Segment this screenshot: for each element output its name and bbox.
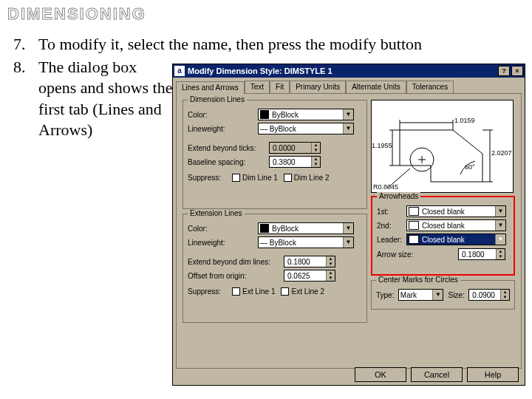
chevron-down-icon: ▼: [495, 206, 505, 216]
color-swatch-icon: [260, 110, 269, 119]
ext-lineweight-value: — ByBlock: [260, 239, 296, 247]
spin-up-icon[interactable]: ▲: [311, 157, 320, 162]
list-number: 7.: [13, 34, 26, 55]
spin-up-icon[interactable]: ▲: [496, 249, 505, 254]
arrow-2nd-label: 2nd:: [377, 222, 406, 230]
spin-down-icon[interactable]: ▼: [326, 262, 335, 267]
spin-up-icon[interactable]: ▲: [500, 290, 509, 295]
offset-origin-label: Offset from origin:: [188, 272, 284, 280]
tab-lines-and-arrows[interactable]: Lines and Arrows: [176, 81, 245, 94]
extline1-checkbox[interactable]: Ext Line 1: [232, 287, 275, 296]
color-value: ByBlock: [272, 111, 299, 119]
chevron-down-icon: ▼: [343, 223, 353, 233]
page-title: DIMENSIONING: [0, 0, 532, 24]
tab-panel: Dimension Lines Color: ByBlock ▼ Linewei…: [176, 94, 522, 369]
extend-ticks-label: Extend beyond ticks:: [188, 144, 269, 152]
baseline-label: Baseline spacing:: [188, 158, 269, 166]
chevron-down-icon: ▼: [495, 234, 505, 245]
tab-alternate-units[interactable]: Alternate Units: [346, 81, 406, 93]
tab-tolerances[interactable]: Tolerances: [406, 81, 454, 93]
tab-bar: Lines and Arrows Text Fit Primary Units …: [176, 81, 522, 94]
dialog-title: Modify Dimension Style: DIMSTYLE 1: [188, 66, 498, 75]
centermark-type-select[interactable]: Mark ▼: [398, 289, 444, 301]
ok-button[interactable]: OK: [355, 367, 406, 382]
preview-dim: 1.0159: [454, 117, 475, 124]
extend-ticks-value: 0.0000: [273, 144, 296, 152]
dimline2-checkbox[interactable]: Dim Line 2: [284, 174, 330, 182]
group-legend: Extension Lines: [188, 209, 245, 217]
color-label: Color:: [188, 111, 258, 119]
spin-down-icon[interactable]: ▼: [311, 162, 320, 167]
list-number: 8.: [13, 57, 26, 78]
group-dimension-lines: Dimension Lines Color: ByBlock ▼ Linewei…: [183, 100, 367, 209]
modify-dimstyle-dialog: a Modify Dimension Style: DIMSTYLE 1 ? ×…: [172, 64, 525, 386]
app-icon: a: [174, 66, 185, 76]
extline2-checkbox[interactable]: Ext Line 2: [281, 287, 324, 296]
dimline1-checkbox[interactable]: Dim Line 1: [232, 174, 278, 182]
arrowhead-icon: [409, 235, 419, 244]
arrow-leader-label: Leader:: [377, 236, 406, 244]
chevron-down-icon: ▼: [495, 220, 505, 231]
color-select[interactable]: ByBlock ▼: [258, 109, 354, 120]
chevron-down-icon: ▼: [343, 123, 353, 134]
spin-down-icon[interactable]: ▼: [496, 254, 505, 259]
cancel-button[interactable]: Cancel: [411, 367, 463, 382]
preview-dim: 1.1955: [372, 142, 392, 149]
offset-origin-input[interactable]: 0.0625 ▲▼: [284, 270, 335, 282]
offset-origin-value: 0.0625: [287, 272, 310, 280]
group-center-marks: Center Marks for Circles Type: Mark ▼ Si…: [371, 280, 515, 310]
group-arrowheads: Arrowheads 1st: Closed blank ▼ 2nd: Clos…: [371, 196, 515, 276]
arrow-1st-label: 1st:: [377, 208, 406, 216]
baseline-value: 0.3800: [273, 158, 296, 166]
arrow-leader-select[interactable]: Closed blank ▼: [406, 233, 506, 245]
tab-fit[interactable]: Fit: [270, 81, 290, 93]
ext-color-value: ByBlock: [272, 225, 299, 233]
ext-lineweight-label: Lineweight:: [188, 239, 258, 247]
baseline-input[interactable]: 0.3800 ▲▼: [269, 156, 321, 168]
dimstyle-preview: 1.0159 1.1955 2.0207 60° R0.8045: [371, 100, 514, 193]
centermark-size-label: Size:: [448, 291, 468, 299]
ext-beyond-value: 0.1800: [287, 258, 310, 266]
ext-lineweight-select[interactable]: — ByBlock ▼: [258, 236, 354, 248]
lineweight-select[interactable]: — ByBlock ▼: [258, 123, 354, 134]
ext-beyond-input[interactable]: 0.1800 ▲▼: [284, 256, 335, 267]
arrowhead-icon: [409, 221, 419, 230]
spin-down-icon[interactable]: ▼: [500, 295, 509, 300]
spin-down-icon[interactable]: ▼: [311, 148, 320, 153]
preview-angle: 60°: [465, 163, 475, 171]
arrowhead-icon: [409, 207, 419, 216]
arrow-size-input[interactable]: 0.1800 ▲▼: [458, 248, 505, 260]
chevron-down-icon: ▼: [343, 109, 353, 120]
spin-up-icon[interactable]: ▲: [326, 270, 335, 276]
spin-down-icon[interactable]: ▼: [326, 276, 335, 281]
group-extension-lines: Extension Lines Color: ByBlock ▼ Linewei…: [183, 214, 367, 323]
suppress-label: Suppress:: [188, 174, 232, 182]
list-text: To modify it, select the name, then pres…: [38, 35, 422, 53]
help-icon[interactable]: ?: [498, 66, 510, 76]
ext-color-select[interactable]: ByBlock ▼: [258, 222, 354, 234]
centermark-type-label: Type:: [376, 291, 398, 299]
group-legend: Dimension Lines: [188, 95, 247, 103]
ext-color-label: Color:: [188, 225, 258, 233]
arrow-1st-select[interactable]: Closed blank ▼: [406, 205, 506, 217]
preview-radius: R0.8045: [373, 183, 398, 191]
list-text: The dialog box opens and shows the first…: [38, 57, 179, 141]
spin-up-icon[interactable]: ▲: [326, 256, 335, 262]
spin-up-icon[interactable]: ▲: [311, 143, 320, 148]
titlebar: a Modify Dimension Style: DIMSTYLE 1 ? ×: [173, 64, 525, 78]
ext-suppress-label: Suppress:: [188, 287, 232, 296]
arrow-2nd-select[interactable]: Closed blank ▼: [406, 219, 506, 231]
color-swatch-icon: [260, 224, 269, 233]
extend-ticks-input[interactable]: 0.0000 ▲▼: [269, 142, 321, 154]
arrow-size-label: Arrow size:: [377, 250, 458, 259]
lineweight-value: — ByBlock: [260, 125, 296, 133]
group-legend: Arrowheads: [377, 192, 420, 200]
help-button[interactable]: Help: [467, 367, 519, 382]
chevron-down-icon: ▼: [343, 237, 353, 248]
centermark-size-input[interactable]: 0.0900 ▲▼: [468, 289, 510, 301]
lineweight-label: Lineweight:: [188, 125, 258, 133]
close-icon[interactable]: ×: [511, 66, 523, 76]
tab-text[interactable]: Text: [245, 81, 270, 93]
list-item: 7. To modify it, select the name, then p…: [13, 34, 517, 55]
tab-primary-units[interactable]: Primary Units: [290, 81, 346, 93]
